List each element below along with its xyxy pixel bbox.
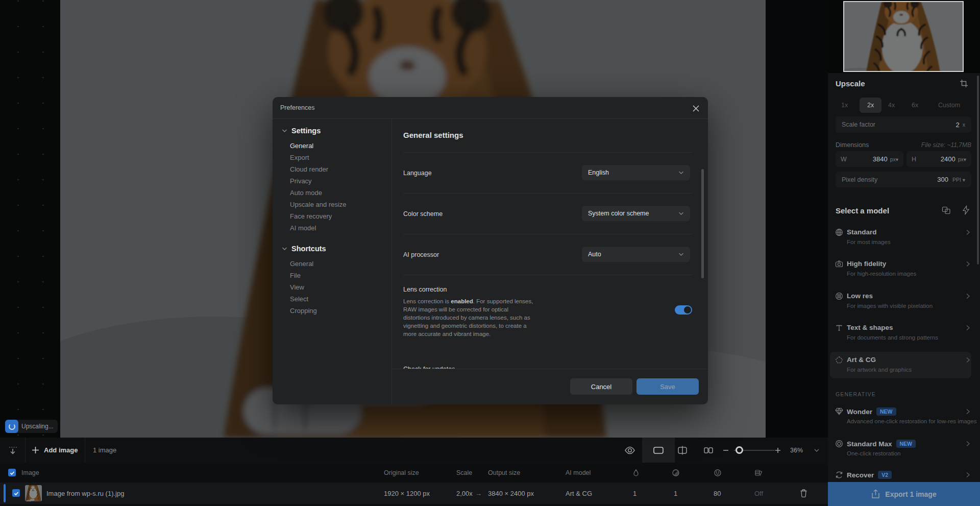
dialog-footer: Cancel Save [392, 369, 708, 404]
dialog-scrollbar[interactable] [701, 169, 704, 278]
color-column-icon[interactable] [754, 469, 763, 477]
ai-processor-value: Auto [588, 251, 601, 258]
sidebar-item-shortcuts-cropping[interactable]: Cropping [290, 307, 317, 315]
preview-eye-icon[interactable] [624, 444, 636, 456]
zoom-slider-knob[interactable] [736, 446, 743, 454]
sidebar-item-auto-mode[interactable]: Auto mode [290, 189, 322, 197]
model-name: WonderNEW [847, 407, 896, 416]
save-button[interactable]: Save [636, 378, 699, 395]
panel-scrollbar[interactable] [977, 76, 979, 264]
sidebar-section-settings[interactable]: Settings [282, 127, 321, 135]
select-all-checkbox[interactable] [8, 469, 16, 476]
scale-option-4x[interactable]: 4x [888, 98, 895, 113]
scale-option-6x[interactable]: 6x [912, 98, 918, 113]
sidebar-section-shortcuts[interactable]: Shortcuts [282, 245, 326, 253]
separator [403, 234, 693, 234]
sidebar-item-face-recovery[interactable]: Face recovery [290, 212, 332, 220]
ai-processor-dropdown[interactable]: Auto [582, 247, 690, 262]
side-by-side-view-icon[interactable] [702, 444, 715, 456]
lightning-icon[interactable] [962, 205, 970, 215]
split-view-icon[interactable] [676, 444, 689, 456]
image-table-header: Image Original size Scale Output size AI… [0, 463, 828, 483]
column-original-size[interactable]: Original size [384, 469, 419, 476]
column-ai-model[interactable]: AI model [566, 469, 591, 476]
add-image-label: Add image [44, 446, 78, 454]
export-button[interactable]: Export 1 image [828, 482, 980, 506]
row-denoise-value[interactable]: 1 [633, 490, 636, 497]
sidebar-item-cloud-render[interactable]: Cloud render [290, 165, 328, 173]
row-checkbox[interactable] [12, 489, 20, 497]
close-icon[interactable] [691, 103, 701, 113]
column-scale[interactable]: Scale [456, 469, 472, 476]
height-field[interactable]: H 2400 px▾ [906, 151, 971, 167]
sidebar-item-upscale-resize[interactable]: Upscale and resize [290, 201, 347, 208]
sidebar-item-privacy[interactable]: Privacy [290, 177, 312, 185]
collapse-panel-icon[interactable] [6, 444, 19, 457]
scale-option-2x[interactable]: 2x [860, 98, 881, 113]
lens-correction-toggle[interactable] [675, 305, 692, 315]
zoom-level-label[interactable]: 36% [790, 438, 803, 463]
scale-factor-field[interactable]: Scale factor 2 x [836, 116, 971, 133]
zoom-chevron-down-icon[interactable] [813, 446, 821, 454]
width-unit-dropdown[interactable]: px▾ [890, 156, 898, 162]
single-view-button[interactable] [642, 438, 675, 463]
height-value[interactable]: 2400 [941, 155, 955, 163]
image-table-row[interactable]: Image from wp-s.ru (1).jpg 1920 × 1200 p… [0, 483, 828, 504]
height-unit-dropdown[interactable]: px▾ [958, 156, 966, 162]
denoise-column-icon[interactable] [632, 469, 640, 477]
cancel-button[interactable]: Cancel [570, 378, 632, 395]
crop-icon[interactable] [960, 79, 968, 88]
width-value[interactable]: 3840 [873, 155, 888, 163]
sidebar-item-shortcuts-general[interactable]: General [290, 260, 313, 268]
row-scale[interactable]: 2,00x [456, 490, 473, 497]
language-value: English [588, 169, 609, 176]
sharpen-column-icon[interactable] [672, 469, 680, 477]
sidebar-item-export[interactable]: Export [290, 154, 309, 161]
face-recovery-column-icon[interactable] [714, 469, 722, 477]
row-ai-model[interactable]: Art & CG [566, 490, 592, 497]
navigator-thumbnail[interactable] [843, 1, 964, 72]
pixel-density-value[interactable]: 300 [937, 176, 948, 183]
model-name: Low res [847, 292, 873, 300]
row-selected-accent [4, 484, 6, 502]
color-scheme-dropdown[interactable]: System color scheme [582, 206, 690, 221]
bottom-toolbar: Add image 1 image [0, 438, 828, 463]
language-dropdown[interactable]: English [582, 165, 690, 180]
column-output-size[interactable]: Output size [488, 469, 520, 476]
dialog-header: Preferences [273, 97, 708, 119]
target-icon [835, 440, 843, 448]
share-icon [871, 489, 880, 499]
scale-option-1x[interactable]: 1x [841, 98, 848, 113]
progress-spinner-icon [5, 420, 18, 433]
sphere-icon [835, 228, 843, 236]
pixel-density-field[interactable]: Pixel density 300 PPI ▾ [836, 172, 971, 187]
column-image[interactable]: Image [21, 469, 39, 476]
ai-processor-label: AI processor [403, 251, 439, 258]
pentagon-icon [835, 356, 843, 364]
export-button-label: Export 1 image [885, 490, 936, 498]
scale-factor-value[interactable]: 2 [956, 121, 960, 129]
row-color-value[interactable]: Off [754, 490, 763, 497]
width-field[interactable]: W 3840 px▾ [836, 151, 903, 167]
add-image-button[interactable]: Add image [32, 438, 78, 463]
sidebar-item-shortcuts-file[interactable]: File [290, 272, 301, 279]
status-text: Upscaling... [21, 423, 54, 430]
select-model-title: Select a model [836, 206, 889, 215]
separator [403, 152, 693, 153]
ab-compare-icon[interactable] [941, 206, 951, 215]
delete-row-icon[interactable] [799, 489, 808, 498]
chevron-right-icon [965, 356, 971, 364]
zoom-out-button[interactable] [722, 446, 730, 454]
pixel-density-unit-dropdown[interactable]: PPI ▾ [952, 177, 965, 183]
sidebar-item-general[interactable]: General [290, 142, 313, 150]
sidebar-item-ai-model[interactable]: AI model [290, 224, 316, 232]
row-sharpen-value[interactable]: 1 [674, 490, 677, 497]
chevron-right-icon [965, 324, 971, 331]
file-size-label: File size: ~11,7MB [921, 141, 971, 149]
zoom-in-button[interactable] [774, 446, 782, 454]
scale-option-custom[interactable]: Custom [938, 98, 960, 113]
row-face-recovery-value[interactable]: 80 [714, 490, 721, 497]
dimensions-label: Dimensions [836, 141, 869, 149]
sidebar-item-shortcuts-view[interactable]: View [290, 283, 304, 291]
sidebar-item-shortcuts-select[interactable]: Select [290, 295, 308, 303]
